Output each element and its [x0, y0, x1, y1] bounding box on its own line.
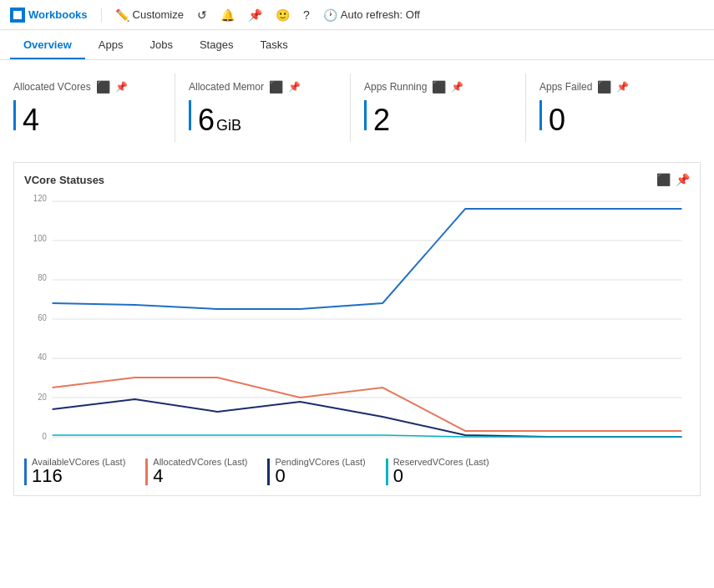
metric-bar-apps-failed: [539, 100, 542, 130]
chart-header: VCore Statuses ⬛ 📌: [24, 173, 690, 186]
metric-icon-memory[interactable]: ⬛: [269, 80, 283, 94]
svg-text:80: 80: [38, 273, 47, 282]
metric-bar-apps-running: [364, 100, 367, 130]
metric-header-memory: Allocated Memor ⬛ 📌: [189, 80, 337, 94]
metric-allocated-memory: Allocated Memor ⬛ 📌 6 GiB: [175, 74, 350, 142]
legend-value-pending: 0: [275, 467, 365, 485]
bell-button[interactable]: 🔔: [220, 8, 235, 22]
chart-svg: 0 20 40 60 80 100 120 11:07 PM 11:08 PM: [24, 193, 690, 444]
metrics-row: Allocated VCores ⬛ 📌 4 Allocated Memor ⬛…: [13, 74, 701, 142]
legend-label-allocated: AllocatedVCores (Last): [153, 457, 247, 467]
pin-button[interactable]: 📌: [248, 8, 262, 22]
chart-actions: ⬛ 📌: [656, 173, 690, 186]
svg-text:120: 120: [33, 194, 48, 203]
help-button[interactable]: ?: [303, 8, 310, 22]
metric-bar-memory: [189, 100, 191, 130]
metric-icon-apps-failed[interactable]: ⬛: [597, 80, 611, 94]
logo-icon: [10, 8, 25, 23]
customize-icon: ✏️: [115, 8, 129, 22]
metric-number-memory: 6: [198, 105, 215, 135]
metric-number-apps-failed: 0: [549, 105, 565, 135]
tab-stages[interactable]: Stages: [186, 30, 246, 59]
svg-text:11:14 PM: 11:14 PM: [613, 443, 647, 444]
chart-container: 0 20 40 60 80 100 120 11:07 PM 11:08 PM: [24, 193, 690, 444]
legend-value-allocated: 4: [153, 467, 247, 485]
auto-refresh-button[interactable]: 🕐 Auto refresh: Off: [323, 8, 420, 22]
metric-value-apps-failed: 0: [539, 100, 687, 135]
metric-pin-apps-running[interactable]: 📌: [451, 81, 463, 93]
svg-text:11:11 PM: 11:11 PM: [366, 443, 400, 444]
metric-pin-vcores[interactable]: 📌: [115, 81, 128, 93]
legend-info-allocated: AllocatedVCores (Last) 4: [153, 457, 247, 485]
legend-info-pending: PendingVCores (Last) 0: [275, 457, 365, 485]
emoji-button[interactable]: 🙂: [276, 8, 290, 22]
svg-text:11:10 PM: 11:10 PM: [283, 443, 317, 444]
svg-text:11:07 PM: 11:07 PM: [35, 443, 69, 444]
svg-text:60: 60: [38, 313, 47, 322]
bell-icon: 🔔: [220, 8, 235, 22]
legend-available-vcores: AvailableVCores (Last) 116: [24, 457, 125, 485]
svg-text:11:13 PM: 11:13 PM: [530, 443, 565, 444]
metric-value-memory: 6 GiB: [189, 100, 337, 135]
metric-number-vcores: 4: [23, 105, 39, 135]
legend-pending-vcores: PendingVCores (Last) 0: [267, 457, 365, 485]
legend-reserved-vcores: ReservedVCores (Last) 0: [386, 457, 489, 485]
customize-button[interactable]: ✏️ Customize: [115, 8, 184, 22]
chart-expand-icon[interactable]: ⬛: [656, 173, 671, 186]
help-icon: ?: [303, 8, 310, 22]
legend-value-available: 116: [32, 467, 125, 485]
clock-icon: 🕐: [323, 8, 337, 22]
metric-label-apps-running: Apps Running: [364, 81, 427, 93]
metric-header-vcores: Allocated VCores ⬛ 📌: [13, 80, 161, 94]
customize-label: Customize: [133, 8, 184, 21]
metric-value-vcores: 4: [13, 100, 161, 135]
svg-text:20: 20: [38, 393, 47, 402]
metric-label-vcores: Allocated VCores: [13, 81, 91, 93]
chart-legend: AvailableVCores (Last) 116 AllocatedVCor…: [24, 450, 690, 485]
chart-pin-icon[interactable]: 📌: [676, 173, 690, 186]
metric-apps-failed: Apps Failed ⬛ 📌 0: [525, 74, 701, 142]
metric-label-memory: Allocated Memor: [189, 81, 264, 93]
svg-text:40: 40: [38, 352, 47, 362]
svg-text:11:09 PM: 11:09 PM: [200, 443, 235, 444]
legend-label-pending: PendingVCores (Last): [275, 457, 365, 467]
legend-info-reserved: ReservedVCores (Last) 0: [393, 457, 489, 485]
legend-allocated-vcores: AllocatedVCores (Last) 4: [145, 457, 247, 485]
metric-unit-memory: GiB: [216, 117, 241, 134]
tab-apps[interactable]: Apps: [85, 30, 137, 59]
main-content: Allocated VCores ⬛ 📌 4 Allocated Memor ⬛…: [0, 60, 714, 509]
toolbar: Workbooks ✏️ Customize ↺ 🔔 📌 🙂 ? 🕐 Auto …: [0, 0, 714, 30]
legend-label-reserved: ReservedVCores (Last): [393, 457, 489, 467]
legend-bar-pending: [267, 459, 270, 485]
metric-icon-apps-running[interactable]: ⬛: [432, 80, 446, 94]
tab-tasks[interactable]: Tasks: [246, 30, 301, 59]
svg-text:11:12 PM: 11:12 PM: [448, 443, 483, 444]
auto-refresh-label: Auto refresh: Off: [341, 8, 420, 21]
legend-bar-allocated: [145, 459, 148, 485]
legend-info-available: AvailableVCores (Last) 116: [32, 457, 125, 485]
toolbar-separator-1: [101, 8, 102, 23]
legend-bar-available: [24, 459, 27, 485]
metric-pin-apps-failed[interactable]: 📌: [616, 81, 629, 93]
legend-value-reserved: 0: [393, 467, 489, 485]
metric-number-apps-running: 2: [373, 105, 390, 135]
metric-apps-running: Apps Running ⬛ 📌 2: [350, 74, 525, 142]
metric-header-apps-failed: Apps Failed ⬛ 📌: [539, 80, 687, 94]
tab-overview[interactable]: Overview: [10, 30, 85, 59]
metric-bar-vcores: [13, 100, 16, 130]
metric-pin-memory[interactable]: 📌: [288, 81, 301, 93]
nav-tabs: Overview Apps Jobs Stages Tasks: [0, 30, 714, 60]
chart-section: VCore Statuses ⬛ 📌 0 20 40 60 80 100 120: [13, 162, 701, 496]
tab-jobs[interactable]: Jobs: [136, 30, 185, 59]
metric-value-apps-running: 2: [364, 100, 512, 135]
svg-text:100: 100: [33, 234, 48, 243]
refresh-circle-button[interactable]: ↺: [197, 8, 207, 22]
workbooks-label[interactable]: Workbooks: [28, 8, 88, 21]
chart-title: VCore Statuses: [24, 174, 104, 186]
pin-icon: 📌: [248, 8, 262, 22]
metric-icon-vcores[interactable]: ⬛: [96, 80, 110, 94]
metric-allocated-vcores: Allocated VCores ⬛ 📌 4: [13, 74, 175, 142]
emoji-icon: 🙂: [276, 8, 290, 22]
refresh-circle-icon: ↺: [197, 8, 207, 22]
workbooks-logo[interactable]: Workbooks: [10, 8, 88, 23]
